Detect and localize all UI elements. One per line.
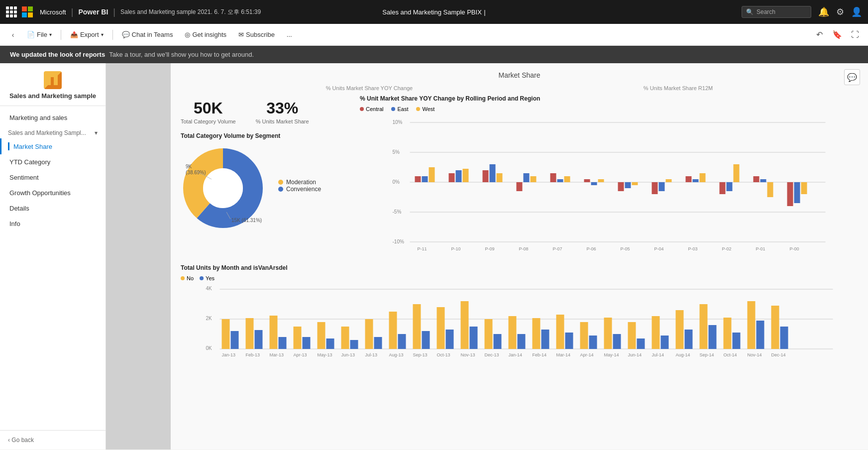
back-button[interactable]: ‹ (6, 28, 20, 42)
sidebar-item-details[interactable]: Details (0, 201, 106, 216)
export-chevron-icon: ▾ (101, 32, 104, 37)
legend-east: East (391, 106, 408, 112)
svg-rect-52 (794, 182, 800, 203)
metrics-header: % Units Market Share YOY Change % Units … (181, 85, 858, 91)
svg-text:P-08: P-08 (519, 246, 529, 251)
sidebar-item-market-share[interactable]: Market Share (0, 138, 106, 154)
svg-text:P-02: P-02 (722, 246, 732, 251)
svg-rect-100 (556, 315, 564, 349)
svg-text:Sep-14: Sep-14 (700, 352, 714, 357)
svg-rect-83 (350, 340, 358, 349)
svg-rect-75 (255, 330, 263, 349)
main-content: Market Share 💬 % Units Market Share YOY … (171, 63, 868, 450)
settings-icon[interactable]: ⚙ (836, 6, 844, 17)
svg-text:Jun-14: Jun-14 (628, 352, 642, 357)
toolbar: ‹ 📄 File ▾ 📤 Export ▾ 💬 Chat in Teams ◎ … (0, 24, 868, 46)
svg-text:-5%: -5% (393, 209, 402, 215)
file-button[interactable]: 📄 File ▾ (22, 28, 57, 41)
svg-text:P-00: P-00 (790, 246, 799, 251)
divider1 (61, 30, 61, 40)
svg-text:Apr-13: Apr-13 (294, 352, 307, 357)
notification-icon[interactable]: 🔔 (818, 6, 829, 17)
subscribe-button[interactable]: ✉ Subscribe (233, 28, 280, 41)
undo-button[interactable]: ↶ (812, 28, 826, 42)
svg-text:May-14: May-14 (604, 352, 619, 357)
svg-rect-24 (483, 170, 489, 182)
bottom-chart-legend: No Yes (181, 275, 858, 281)
legend-convenience: Convenience (278, 186, 321, 193)
svg-rect-26 (497, 173, 503, 182)
svg-rect-25 (490, 164, 496, 182)
svg-point-5 (203, 168, 243, 208)
sidebar-title: Sales and Marketing sample (9, 92, 96, 100)
nav-label-sentiment: Sentiment (9, 174, 39, 181)
svg-rect-29 (531, 176, 537, 182)
logo-icon (44, 71, 62, 89)
active-indicator (8, 142, 9, 150)
svg-text:Apr-14: Apr-14 (580, 352, 594, 357)
svg-rect-110 (676, 310, 684, 349)
svg-rect-103 (589, 336, 597, 349)
svg-rect-86 (389, 312, 397, 349)
report-title: Sales and Marketing Sample PBIX (382, 8, 481, 16)
svg-rect-109 (661, 336, 669, 349)
svg-rect-78 (294, 327, 302, 349)
svg-rect-42 (686, 176, 692, 182)
svg-rect-38 (632, 182, 638, 185)
banner-bold: We updated the look of reports (10, 51, 105, 58)
chat-in-teams-button[interactable]: 💬 Chat in Teams (117, 28, 178, 41)
svg-rect-27 (517, 182, 523, 191)
toolbar-right: ↶ 🔖 ⛶ (812, 28, 862, 42)
svg-rect-2 (54, 75, 58, 85)
svg-rect-113 (709, 325, 717, 349)
go-back-button[interactable]: ‹ Go back (0, 430, 106, 450)
sidebar-item-marketing[interactable]: Marketing and sales (0, 110, 106, 125)
export-icon: 📤 (70, 31, 78, 38)
fullscreen-button[interactable]: ⛶ (848, 28, 862, 42)
metric-header2: % Units Market Share R12M (644, 85, 713, 91)
more-button[interactable]: ... (282, 28, 297, 41)
svg-rect-115 (733, 333, 741, 349)
export-button[interactable]: 📤 Export ▾ (65, 28, 108, 41)
get-insights-button[interactable]: ◎ Get insights (180, 28, 231, 41)
sidebar-item-sentiment[interactable]: Sentiment (0, 170, 106, 185)
microsoft-logo (22, 6, 33, 17)
search-box[interactable]: 🔍 Search (742, 6, 811, 18)
svg-text:Dec-14: Dec-14 (771, 352, 786, 357)
svg-rect-35 (598, 179, 604, 182)
svg-text:Jul-13: Jul-13 (365, 352, 378, 357)
search-icon: 🔍 (746, 8, 754, 15)
file-icon: 📄 (27, 31, 35, 38)
svg-text:Aug-13: Aug-13 (389, 352, 404, 357)
svg-rect-111 (685, 330, 693, 349)
svg-text:-10%: -10% (393, 239, 404, 244)
svg-rect-18 (415, 176, 421, 182)
sidebar-item-ytd[interactable]: YTD Category (0, 154, 106, 170)
waffle-icon[interactable] (6, 6, 17, 17)
legend-yes: Yes (200, 275, 215, 281)
nav-section-chevron[interactable]: ▾ (95, 129, 98, 136)
svg-text:Mar-13: Mar-13 (270, 352, 284, 357)
bar-chart-svg: 10% 5% 0% -5% -10% (360, 115, 858, 254)
svg-rect-105 (613, 334, 621, 349)
svg-rect-47 (734, 164, 740, 182)
svg-rect-53 (801, 182, 807, 194)
donut-legend: Moderation Convenience (278, 179, 321, 193)
donut-annotation-bottom: 15K (61.31%) (231, 218, 262, 223)
svg-rect-107 (637, 338, 645, 349)
bookmark-button[interactable]: 🔖 (830, 28, 844, 42)
svg-text:Dec-13: Dec-13 (485, 352, 499, 357)
svg-rect-31 (557, 179, 563, 182)
svg-text:Oct-13: Oct-13 (437, 352, 450, 357)
account-icon[interactable]: 👤 (851, 6, 862, 17)
svg-rect-106 (628, 322, 636, 349)
chat-icon-button[interactable]: 💬 (844, 69, 860, 85)
svg-rect-92 (461, 301, 469, 349)
sidebar-item-info[interactable]: Info (0, 216, 106, 231)
svg-rect-94 (485, 319, 493, 349)
svg-text:Nov-13: Nov-13 (461, 352, 475, 357)
sidebar-item-growth[interactable]: Growth Opportunities (0, 185, 106, 201)
svg-rect-19 (422, 176, 428, 182)
svg-rect-95 (494, 334, 502, 349)
sidebar-nav: Marketing and sales Sales and Marketing … (0, 106, 106, 430)
